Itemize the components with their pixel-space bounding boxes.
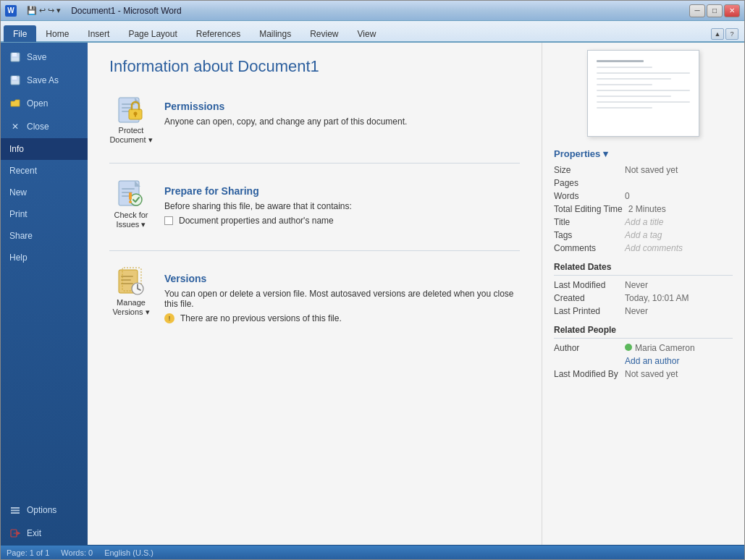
tab-home[interactable]: Home <box>36 25 78 42</box>
prop-comments-label: Comments <box>554 243 619 253</box>
word-app-icon: W <box>5 5 17 17</box>
svg-rect-27 <box>121 283 133 284</box>
save-icon <box>9 51 21 63</box>
sidebar-close-label: Close <box>27 122 49 132</box>
prop-title-value[interactable]: Add a title <box>625 217 663 227</box>
prop-comments-value[interactable]: Add comments <box>625 243 683 253</box>
prop-last-modified-value: Never <box>625 280 648 290</box>
sidebar-print-label: Print <box>9 209 28 219</box>
preview-line-1 <box>597 67 653 68</box>
manage-versions-button[interactable]: ManageVersions ▾ <box>109 270 153 313</box>
status-word-count: Words: 0 <box>61 548 93 557</box>
ribbon-help-btn[interactable]: ? <box>725 28 738 40</box>
sidebar-item-help[interactable]: Help <box>1 247 88 268</box>
check-issues-button[interactable]: Check forIssues ▾ <box>109 182 153 226</box>
permissions-title: Permissions <box>164 101 520 112</box>
sidebar-item-save-as[interactable]: Save As <box>1 69 88 92</box>
versions-title: Versions <box>164 273 520 284</box>
permissions-section: ProtectDocument ▾ Permissions Anyone can… <box>109 90 520 148</box>
sidebar-item-info[interactable]: Info <box>1 138 88 160</box>
protect-document-button[interactable]: ProtectDocument ▾ <box>109 98 153 141</box>
restore-button[interactable]: □ <box>707 4 723 17</box>
window-controls: ─ □ ✕ <box>689 4 740 17</box>
prop-last-modified-row: Last Modified Never <box>554 280 733 290</box>
tab-view[interactable]: View <box>348 25 386 42</box>
prop-created-value: Today, 10:01 AM <box>625 293 689 303</box>
sidebar-item-recent[interactable]: Recent <box>1 160 88 182</box>
properties-header[interactable]: Properties ▾ <box>554 148 733 159</box>
preview-line-5 <box>597 90 691 91</box>
manage-versions-icon <box>117 266 146 295</box>
tab-references[interactable]: References <box>187 25 250 42</box>
app-window: W 💾 ↩ ↪ ▾ Document1 - Microsoft Word ─ □… <box>0 0 745 560</box>
svg-rect-8 <box>11 512 20 514</box>
prop-created-label: Created <box>554 293 619 303</box>
prop-last-printed-row: Last Printed Never <box>554 306 733 316</box>
add-author-button[interactable]: Add an author <box>625 356 679 366</box>
author-online-dot <box>625 344 632 351</box>
versions-warning-icon: ! <box>164 313 174 323</box>
versions-desc: You can open or delete a version file. M… <box>164 289 520 309</box>
tab-file[interactable]: File <box>4 25 36 42</box>
svg-rect-7 <box>11 510 20 512</box>
svg-point-23 <box>129 200 132 203</box>
sidebar-item-close[interactable]: ✕ Close <box>1 115 88 138</box>
ribbon-controls: ▲ ? <box>711 28 741 41</box>
permissions-desc: Anyone can open, copy, and change any pa… <box>164 116 520 127</box>
author-name: Maria Cameron <box>635 343 695 353</box>
open-icon <box>9 98 21 109</box>
status-page-count: Page: 1 of 1 <box>7 548 49 557</box>
preview-content <box>594 55 694 132</box>
tab-review[interactable]: Review <box>300 25 348 42</box>
versions-content: Versions You can open or delete a versio… <box>164 270 520 326</box>
prop-pages-row: Pages <box>554 178 733 188</box>
close-button[interactable]: ✕ <box>724 4 740 17</box>
prop-last-modified-by-value: Not saved yet <box>625 369 678 379</box>
prop-title-row: Title Add a title <box>554 217 733 227</box>
preview-line-6 <box>597 96 672 97</box>
divider-1 <box>109 163 520 164</box>
sidebar-item-new[interactable]: New <box>1 182 88 203</box>
prop-size-label: Size <box>554 165 619 175</box>
related-people-header: Related People <box>554 325 733 339</box>
ribbon-minimize-btn[interactable]: ▲ <box>711 28 724 40</box>
sidebar-item-open[interactable]: Open <box>1 92 88 115</box>
svg-rect-5 <box>12 81 19 84</box>
sidebar-help-label: Help <box>9 253 28 263</box>
sidebar-item-share[interactable]: Share <box>1 225 88 247</box>
sidebar-item-print[interactable]: Print <box>1 203 88 225</box>
svg-rect-6 <box>11 507 20 509</box>
manage-versions-label: ManageVersions ▾ <box>112 298 149 317</box>
sidebar-save-as-label: Save As <box>27 75 59 85</box>
preview-line-7 <box>597 101 691 103</box>
minimize-button[interactable]: ─ <box>689 4 705 17</box>
tab-page-layout[interactable]: Page Layout <box>119 25 186 42</box>
prop-tags-value[interactable]: Add a tag <box>625 230 662 240</box>
title-bar: W 💾 ↩ ↪ ▾ Document1 - Microsoft Word ─ □… <box>1 1 744 21</box>
options-icon <box>9 504 21 516</box>
sharing-content: Prepare for Sharing Before sharing this … <box>164 182 520 229</box>
versions-section: ManageVersions ▾ Versions You can open o… <box>109 263 520 334</box>
exit-icon <box>9 527 21 539</box>
prop-created-row: Created Today, 10:01 AM <box>554 293 733 303</box>
prop-last-printed-value: Never <box>625 306 648 316</box>
properties-title-text: Properties ▾ <box>554 148 608 159</box>
svg-rect-22 <box>129 192 132 200</box>
sidebar-item-options[interactable]: Options <box>1 499 88 522</box>
sharing-desc: Before sharing this file, be aware that … <box>164 201 520 211</box>
tab-insert[interactable]: Insert <box>78 25 119 42</box>
status-language: English (U.S.) <box>104 548 153 557</box>
prop-editing-time-label: Total Editing Time <box>554 204 623 214</box>
permissions-content: Permissions Anyone can open, copy, and c… <box>164 98 520 131</box>
tab-mailings[interactable]: Mailings <box>250 25 300 42</box>
versions-list-item: ! There are no previous versions of this… <box>164 313 520 323</box>
sidebar-options-label: Options <box>27 505 56 515</box>
sharing-list-text: Document properties and author's name <box>179 216 334 226</box>
page-title: Information about Document1 <box>109 57 520 76</box>
sidebar-recent-label: Recent <box>9 166 37 176</box>
sharing-list-item: Document properties and author's name <box>164 216 520 226</box>
sidebar-item-exit[interactable]: Exit <box>1 522 88 545</box>
prop-words-label: Words <box>554 191 619 201</box>
prop-author-row: Author Maria Cameron <box>554 343 733 353</box>
sidebar-item-save[interactable]: Save <box>1 46 88 69</box>
